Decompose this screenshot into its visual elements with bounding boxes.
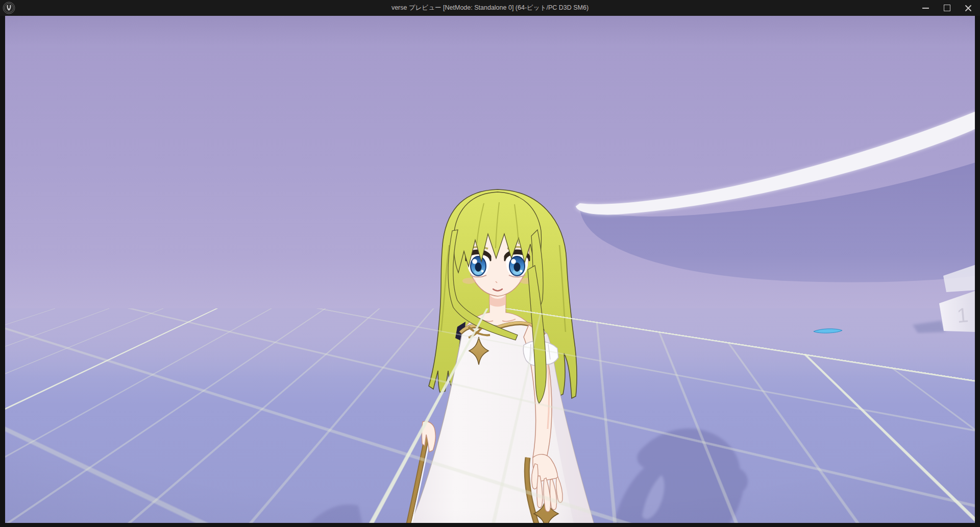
sky	[5, 16, 975, 309]
window-title: verse プレビュー [NetMode: Standalone 0] (64-…	[102, 0, 878, 16]
title-bar[interactable]: verse プレビュー [NetMode: Standalone 0] (64-…	[0, 0, 980, 16]
maximize-icon	[944, 5, 950, 11]
minimize-icon	[922, 8, 929, 9]
window-controls	[919, 0, 975, 16]
game-viewport[interactable]: 1	[5, 16, 975, 523]
minimize-button[interactable]	[919, 2, 932, 14]
floor-grid	[5, 308, 975, 523]
close-icon	[965, 5, 972, 12]
app-window: verse プレビュー [NetMode: Standalone 0] (64-…	[0, 0, 980, 527]
close-button[interactable]	[962, 2, 975, 14]
unreal-engine-logo-icon	[3, 2, 15, 14]
maximize-button[interactable]	[940, 2, 953, 14]
